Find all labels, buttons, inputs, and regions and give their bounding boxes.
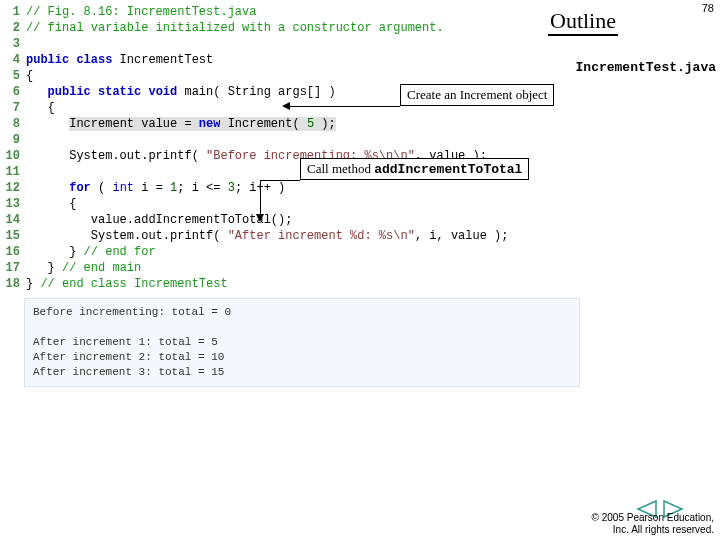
line-number: 3 [0, 36, 26, 52]
source-filename: IncrementTest.java [576, 60, 716, 75]
code-listing: 1// Fig. 8.16: IncrementTest.java2// fin… [0, 0, 720, 292]
code-content: { [26, 68, 33, 84]
line-number: 13 [0, 196, 26, 212]
code-line: 8 Increment value = new Increment( 5 ); [0, 116, 720, 132]
footer-line: Inc. All rights reserved. [592, 524, 714, 536]
callout-text-prefix: Call method [307, 161, 374, 176]
line-number: 16 [0, 244, 26, 260]
code-line: 12 for ( int i = 1; i <= 3; i++ ) [0, 180, 720, 196]
line-number: 7 [0, 100, 26, 116]
code-content: public static void main( String args[] ) [26, 84, 336, 100]
code-content: } // end main [26, 260, 141, 276]
callout-create-object: Create an Increment object [400, 84, 554, 106]
code-content [26, 164, 33, 180]
callout-text: Create an Increment object [407, 87, 547, 102]
code-line: 6 public static void main( String args[]… [0, 84, 720, 100]
line-number: 8 [0, 116, 26, 132]
arrow-left-icon [282, 102, 290, 110]
code-content: // Fig. 8.16: IncrementTest.java [26, 4, 256, 20]
code-line: 14 value.addIncrementToTotal(); [0, 212, 720, 228]
callout-method-name: addIncrementToTotal [374, 162, 522, 177]
code-content: { [26, 100, 55, 116]
code-line: 13 { [0, 196, 720, 212]
program-output: Before incrementing: total = 0 After inc… [24, 298, 580, 387]
code-content: } // end for [26, 244, 156, 260]
code-content: // final variable initialized with a con… [26, 20, 444, 36]
code-content: Increment value = new Increment( 5 ); [26, 116, 336, 132]
line-number: 9 [0, 132, 26, 148]
line-number: 14 [0, 212, 26, 228]
callout-arrow [260, 180, 261, 218]
code-line: 16 } // end for [0, 244, 720, 260]
code-line: 9 [0, 132, 720, 148]
code-line: 17 } // end main [0, 260, 720, 276]
line-number: 10 [0, 148, 26, 164]
code-content: { [26, 196, 76, 212]
line-number: 2 [0, 20, 26, 36]
code-content [26, 36, 33, 52]
code-content: public class IncrementTest [26, 52, 213, 68]
line-number: 17 [0, 260, 26, 276]
callout-call-method: Call method addIncrementToTotal [300, 158, 529, 180]
line-number: 6 [0, 84, 26, 100]
code-line: 3 [0, 36, 720, 52]
outline-heading: Outline [548, 8, 618, 36]
callout-arrow [290, 106, 400, 107]
footer-line: © 2005 Pearson Education, [592, 512, 714, 524]
arrow-down-icon [256, 214, 264, 222]
line-number: 18 [0, 276, 26, 292]
code-content: for ( int i = 1; i <= 3; i++ ) [26, 180, 285, 196]
page-number: 78 [702, 2, 714, 14]
line-number: 12 [0, 180, 26, 196]
code-line: 15 System.out.printf( "After increment %… [0, 228, 720, 244]
code-line: 7 { [0, 100, 720, 116]
code-content [26, 132, 33, 148]
line-number: 4 [0, 52, 26, 68]
callout-arrow [260, 180, 300, 181]
code-content: System.out.printf( "After increment %d: … [26, 228, 509, 244]
line-number: 15 [0, 228, 26, 244]
code-content: } // end class IncrementTest [26, 276, 228, 292]
code-content: value.addIncrementToTotal(); [26, 212, 292, 228]
code-line: 18} // end class IncrementTest [0, 276, 720, 292]
line-number: 11 [0, 164, 26, 180]
line-number: 5 [0, 68, 26, 84]
copyright-footer: © 2005 Pearson Education, Inc. All right… [592, 512, 714, 536]
line-number: 1 [0, 4, 26, 20]
